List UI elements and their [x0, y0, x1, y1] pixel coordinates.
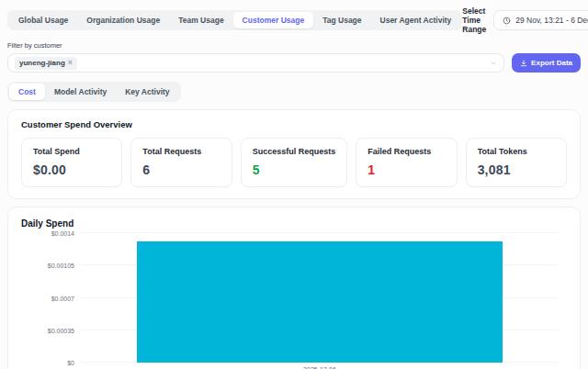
stat-card-failed-requests: Failed Requests1 — [356, 138, 457, 187]
y-tick-label: $0.0007 — [21, 295, 74, 301]
tab-user-agent-activity[interactable]: User Agent Activity — [371, 12, 461, 28]
chevron-down-icon — [490, 60, 497, 67]
usage-tabs: Global UsageOrganization UsageTeam Usage… — [7, 10, 462, 30]
view-subtabs: CostModel ActivityKey Activity — [7, 82, 181, 102]
subtab-cost[interactable]: Cost — [9, 84, 45, 100]
stat-value: 1 — [368, 162, 445, 177]
stat-card-total-spend: Total Spend$0.00 — [21, 138, 122, 187]
tab-customer-usage[interactable]: Customer Usage — [233, 12, 314, 28]
download-icon — [520, 60, 527, 67]
daily-spend-chart: $0$0.00035$0.0007$0.00105$0.0014 — [21, 233, 567, 363]
subtab-key-activity[interactable]: Key Activity — [116, 84, 178, 100]
y-tick-label: $0.0014 — [21, 230, 74, 237]
tab-tag-usage[interactable]: Tag Usage — [313, 12, 370, 28]
stat-label: Total Tokens — [478, 147, 555, 156]
stat-value: 6 — [142, 162, 220, 177]
stat-card-total-requests: Total Requests6 — [130, 138, 232, 187]
x-axis: 2025-12-06 — [21, 363, 567, 369]
customer-tag-label: yuneng-jiang — [19, 59, 65, 67]
export-data-label: Export Data — [531, 59, 572, 67]
stats-grid: Total Spend$0.00Total Requests6Successfu… — [21, 138, 567, 187]
tab-global-usage[interactable]: Global Usage — [9, 12, 77, 28]
stat-value: 3,081 — [478, 162, 555, 177]
stat-value: 5 — [253, 162, 336, 177]
filter-by-customer-label: Filter by customer — [7, 41, 581, 50]
plot-region — [82, 233, 558, 363]
customer-tag-chip: yuneng-jiang × — [15, 57, 77, 70]
y-tick-label: $0.00035 — [21, 327, 74, 333]
customer-filter-input[interactable]: yuneng-jiang × — [7, 53, 504, 73]
customer-spend-overview-card: Customer Spend Overview Total Spend$0.00… — [7, 109, 581, 199]
time-range-value: 29 Nov, 13:21 - 6 Dec, 13:21 — [515, 16, 588, 25]
stat-label: Failed Requests — [368, 147, 445, 156]
time-range-group: Select Time Range 29 Nov, 13:21 - 6 Dec,… — [462, 6, 588, 34]
top-bar: Global UsageOrganization UsageTeam Usage… — [7, 6, 581, 34]
stat-label: Total Requests — [142, 147, 220, 156]
gridline — [82, 232, 558, 233]
stat-label: Total Spend — [33, 147, 110, 156]
remove-tag-icon[interactable]: × — [68, 59, 73, 67]
stat-card-total-tokens: Total Tokens3,081 — [466, 138, 567, 187]
stat-value: $0.00 — [33, 162, 110, 177]
stat-card-successful-requests: Successful Requests5 — [241, 138, 348, 187]
time-range-label: Select Time Range — [462, 6, 486, 34]
y-tick-label: $0.00105 — [21, 263, 74, 269]
stat-label: Successful Requests — [253, 147, 336, 156]
daily-spend-card: Daily Spend $0$0.00035$0.0007$0.00105$0.… — [7, 207, 581, 369]
subtab-model-activity[interactable]: Model Activity — [45, 84, 116, 100]
spend-bar[interactable] — [137, 241, 503, 363]
clock-icon — [503, 17, 511, 25]
time-range-select[interactable]: 29 Nov, 13:21 - 6 Dec, 13:21 — [493, 10, 588, 30]
tab-team-usage[interactable]: Team Usage — [169, 12, 232, 28]
filter-row: yuneng-jiang × Export Data — [7, 53, 581, 73]
chart-title: Daily Spend — [21, 218, 567, 229]
overview-title: Customer Spend Overview — [21, 119, 567, 129]
subtab-row: CostModel ActivityKey Activity — [7, 82, 581, 102]
tab-organization-usage[interactable]: Organization Usage — [77, 12, 169, 28]
export-data-button[interactable]: Export Data — [512, 53, 581, 73]
